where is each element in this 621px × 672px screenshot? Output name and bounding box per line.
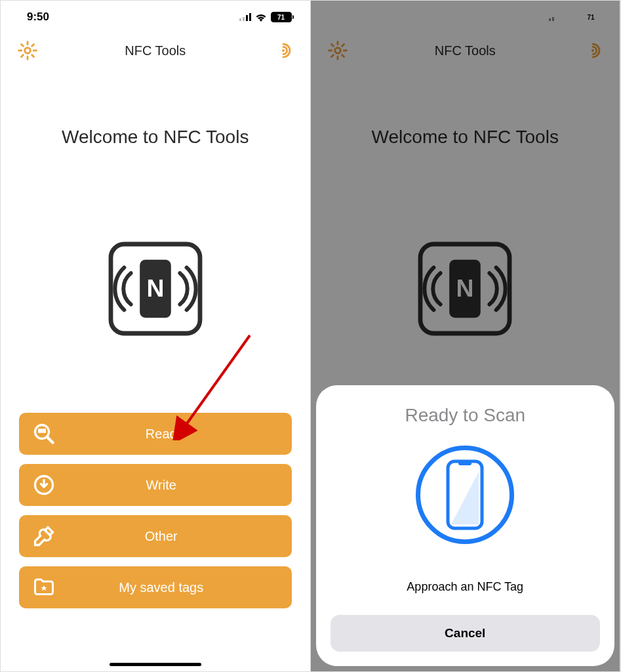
screen-left-home: 9:50 71 NFC Tools Welcome to NFC Tools N xyxy=(1,1,311,671)
svg-point-4 xyxy=(25,48,31,54)
settings-gear-icon[interactable] xyxy=(16,39,39,62)
battery-icon: 71 xyxy=(271,12,292,22)
saved-tags-button[interactable]: My saved tags xyxy=(19,566,292,608)
nfc-logo-icon: N xyxy=(100,233,211,347)
other-button-label: Other xyxy=(31,529,292,544)
svg-rect-3 xyxy=(249,13,251,21)
svg-rect-2 xyxy=(246,15,248,21)
svg-rect-0 xyxy=(239,18,241,21)
page-title: NFC Tools xyxy=(39,43,272,58)
svg-point-5 xyxy=(282,49,285,52)
read-button[interactable]: Read xyxy=(19,413,292,455)
nav-bar: NFC Tools xyxy=(1,33,310,68)
write-button[interactable]: Write xyxy=(19,464,292,506)
other-button[interactable]: Other xyxy=(19,515,292,557)
phone-scan-icon xyxy=(416,446,514,544)
read-button-label: Read xyxy=(31,427,292,442)
screen-right-scan-sheet: 9:50 71 NFC Tools Welcome to NFC Tools N xyxy=(311,1,621,671)
sheet-message: Approach an NFC Tag xyxy=(407,580,523,594)
cancel-button[interactable]: Cancel xyxy=(331,615,601,652)
main-content: Welcome to NFC Tools N Read xyxy=(1,68,310,671)
welcome-heading: Welcome to NFC Tools xyxy=(62,127,249,148)
svg-text:N: N xyxy=(146,274,164,302)
sheet-title: Ready to Scan xyxy=(405,405,525,426)
status-bar: 9:50 71 xyxy=(1,1,310,33)
saved-tags-button-label: My saved tags xyxy=(31,580,292,595)
wifi-icon xyxy=(255,13,267,22)
nfc-scan-sheet: Ready to Scan Approach an NFC Tag Cancel xyxy=(316,385,615,666)
status-right: 71 xyxy=(239,12,292,22)
scan-action-icon[interactable] xyxy=(272,39,294,62)
svg-rect-1 xyxy=(243,17,245,21)
action-button-stack: Read Write Other My saved tags xyxy=(14,413,297,608)
status-time: 9:50 xyxy=(27,10,49,24)
write-button-label: Write xyxy=(31,478,292,493)
home-indicator[interactable] xyxy=(110,663,201,666)
cancel-button-label: Cancel xyxy=(445,626,485,640)
cellular-signal-icon xyxy=(239,13,251,21)
